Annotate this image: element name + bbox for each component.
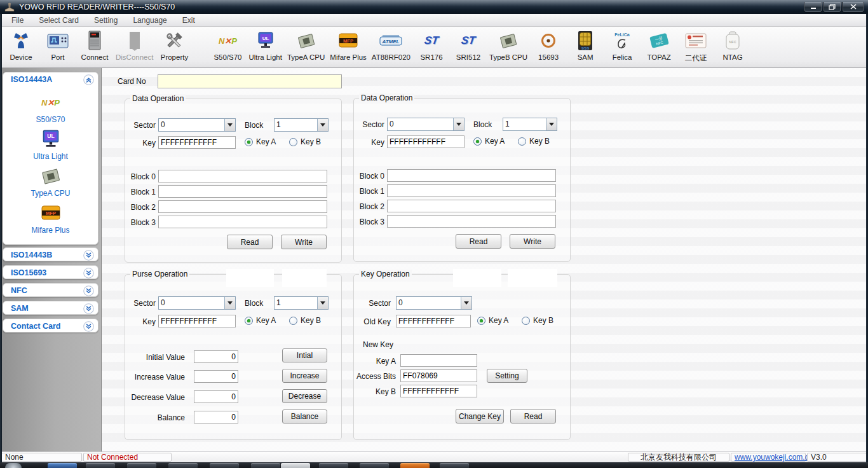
block3-input[interactable] <box>387 215 556 228</box>
sidebar-header-nfc[interactable]: NFC <box>3 284 98 298</box>
sector-combobox[interactable]: 0 <box>158 118 236 132</box>
toolbar-device[interactable]: Device <box>3 28 39 67</box>
setting-button[interactable]: Setting <box>487 369 527 383</box>
card-no-input[interactable] <box>158 74 342 88</box>
sector-combobox[interactable]: 0 <box>396 296 472 310</box>
key-a-radio[interactable]: Key A <box>245 137 276 146</box>
menu-setting[interactable]: Setting <box>86 14 125 27</box>
sector-combobox[interactable]: 0 <box>158 296 236 310</box>
taskbar-button[interactable] <box>127 463 156 468</box>
key-b-radio[interactable]: Key B <box>522 316 553 325</box>
taskbar-button[interactable] <box>360 463 389 468</box>
chevron-down-icon[interactable] <box>224 297 235 309</box>
taskbar-button[interactable] <box>319 463 348 468</box>
increase-value-input[interactable] <box>194 370 238 383</box>
taskbar-button[interactable] <box>168 463 198 468</box>
chevron-down-icon[interactable] <box>317 119 328 131</box>
start-button[interactable] <box>5 463 22 468</box>
expand-chevron-down-icon[interactable] <box>83 268 94 279</box>
toolbar-connect[interactable]: Connect <box>76 28 113 67</box>
key-input[interactable] <box>158 315 236 327</box>
block2-input[interactable] <box>158 200 327 213</box>
sidebar-item-s50s70[interactable]: N✕P S50/S70 <box>3 92 98 124</box>
write-button[interactable]: Write <box>281 235 327 249</box>
expand-chevron-down-icon[interactable] <box>83 286 94 296</box>
key-b-radio[interactable]: Key B <box>518 137 550 146</box>
toolbar-15693[interactable]: 15693 <box>530 28 567 67</box>
read-button[interactable]: Read <box>227 235 273 249</box>
chevron-down-icon[interactable] <box>453 118 464 130</box>
toolbar-property[interactable]: Property <box>156 28 193 67</box>
taskbar-button[interactable] <box>86 463 115 468</box>
toolbar-s50s70[interactable]: N✕P S50/S70 <box>209 28 246 67</box>
toolbar-felica[interactable]: FeLiCa Felica <box>604 28 641 67</box>
menu-exit[interactable]: Exit <box>175 14 203 27</box>
toolbar-port[interactable]: Port <box>39 28 76 67</box>
write-button[interactable]: Write <box>510 234 555 249</box>
block1-input[interactable] <box>158 185 327 198</box>
chevron-down-icon[interactable] <box>224 119 235 131</box>
toolbar-typea-cpu[interactable]: TypeA CPU <box>285 28 327 67</box>
toolbar-sri512[interactable]: ST SRI512 <box>450 28 487 67</box>
taskbar-button[interactable] <box>251 463 280 468</box>
minimize-button[interactable] <box>804 2 822 13</box>
toolbar-topaz[interactable]: ⁓)) NFC TOPAZ <box>641 28 677 67</box>
key-input[interactable] <box>158 136 236 149</box>
balance-input[interactable] <box>194 411 238 423</box>
toolbar-ntag[interactable]: NFC NTAG <box>714 28 751 67</box>
block-combobox[interactable]: 1 <box>274 118 329 132</box>
menu-select-card[interactable]: Select Card <box>31 14 86 27</box>
sidebar-header-contact-card[interactable]: Contact Card <box>3 319 98 333</box>
expand-chevron-down-icon[interactable] <box>83 321 94 332</box>
block0-input[interactable] <box>387 169 556 182</box>
key-a-radio[interactable]: Key A <box>477 316 508 325</box>
block-combobox[interactable]: 1 <box>274 296 329 310</box>
initial-value-input[interactable] <box>194 350 238 363</box>
increase-button[interactable]: Increase <box>282 369 327 383</box>
taskbar-button[interactable] <box>281 463 310 468</box>
key-a-radio[interactable]: Key A <box>473 137 505 146</box>
toolbar-ultra-light[interactable]: UL Ultra Light <box>246 28 284 67</box>
expand-chevron-down-icon[interactable] <box>83 250 94 261</box>
new-key-a-input[interactable] <box>400 354 477 367</box>
collapse-chevron-up-icon[interactable] <box>83 74 94 85</box>
sector-combobox[interactable]: 0 <box>387 118 465 131</box>
block3-input[interactable] <box>158 216 327 228</box>
toolbar-typeb-cpu[interactable]: TypeB CPU <box>487 28 530 67</box>
balance-button[interactable]: Balance <box>282 410 327 423</box>
taskbar-button[interactable] <box>400 463 430 468</box>
sidebar-header-iso14443b[interactable]: ISO14443B <box>3 248 98 262</box>
decrease-value-input[interactable] <box>194 390 238 403</box>
key-input[interactable] <box>387 135 465 148</box>
key-a-radio[interactable]: Key A <box>245 316 276 325</box>
initial-button[interactable]: Intial <box>282 348 327 362</box>
chevron-down-icon[interactable] <box>461 297 471 309</box>
read-button[interactable]: Read <box>510 409 556 423</box>
toolbar-mifare-plus[interactable]: MFP Mifare Plus <box>327 28 369 67</box>
sidebar-header-sam[interactable]: SAM <box>3 301 98 315</box>
block2-input[interactable] <box>387 200 556 212</box>
sidebar-header-iso15693[interactable]: ISO15693 <box>3 266 98 280</box>
sidebar-item-ultra-light[interactable]: UL Ultra Light <box>3 128 98 161</box>
menu-language[interactable]: Language <box>125 14 174 27</box>
read-button[interactable]: Read <box>456 234 501 249</box>
block0-input[interactable] <box>158 170 327 182</box>
block1-input[interactable] <box>387 184 556 197</box>
key-b-radio[interactable]: Key B <box>289 137 321 146</box>
menu-file[interactable]: File <box>4 14 31 27</box>
chevron-down-icon[interactable] <box>546 118 557 130</box>
old-key-input[interactable] <box>396 315 471 327</box>
toolbar-sam[interactable]: 9/5/9 SAM <box>567 28 604 67</box>
sidebar-item-typea-cpu[interactable]: TypeA CPU <box>3 165 98 198</box>
taskbar-button[interactable] <box>440 463 469 468</box>
decrease-button[interactable]: Decrease <box>282 389 327 403</box>
change-key-button[interactable]: Change Key <box>456 409 504 423</box>
restore-button[interactable] <box>823 2 841 13</box>
sidebar-item-mifare-plus[interactable]: MFP Mifare Plus <box>3 202 98 235</box>
website-link[interactable]: www.youwokeji.com.cn <box>735 453 813 462</box>
toolbar-id-card[interactable]: 二代证 <box>677 28 714 67</box>
taskbar-button[interactable] <box>48 463 77 468</box>
key-b-radio[interactable]: Key B <box>289 316 321 325</box>
access-bits-input[interactable] <box>400 369 477 382</box>
block-combobox[interactable]: 1 <box>503 118 557 131</box>
